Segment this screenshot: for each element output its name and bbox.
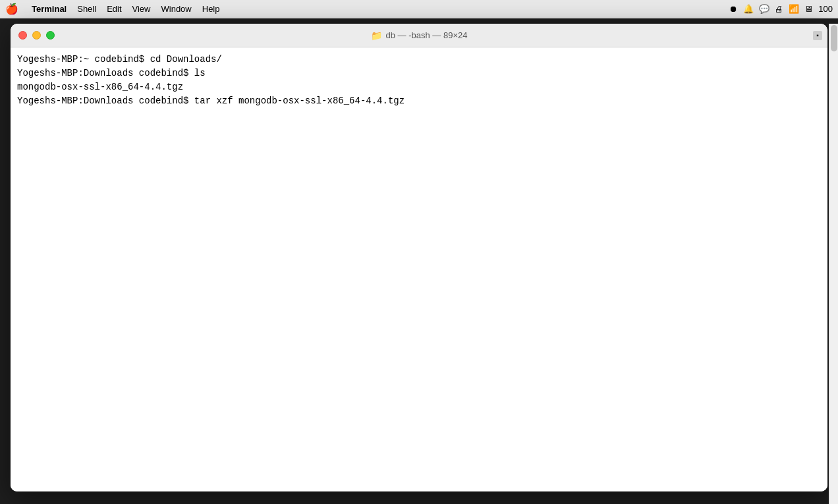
scrollbar-top-button[interactable]: ▪: [813, 31, 822, 40]
menubar-notification-icon: 🔔: [743, 4, 754, 14]
folder-icon: 📁: [371, 30, 382, 41]
menu-shell[interactable]: Shell: [77, 4, 96, 14]
menu-terminal[interactable]: Terminal: [32, 4, 67, 14]
menu-view[interactable]: View: [132, 4, 151, 14]
traffic-lights: [18, 31, 55, 40]
terminal-content[interactable]: Yogeshs-MBP:~ codebind$ cd Downloads/ Yo…: [11, 47, 827, 491]
close-button[interactable]: [18, 31, 27, 40]
menubar: 🍎 Terminal Shell Edit View Window Help ⏺…: [0, 0, 838, 18]
menu-edit[interactable]: Edit: [107, 4, 121, 14]
titlebar-title: db — -bash — 89×24: [386, 30, 468, 40]
titlebar: 📁 db — -bash — 89×24 ▪: [11, 24, 827, 47]
menubar-message-icon: 💬: [759, 4, 769, 14]
terminal-output: Yogeshs-MBP:~ codebind$ cd Downloads/ Yo…: [17, 53, 821, 108]
titlebar-text: 📁 db — -bash — 89×24: [371, 30, 468, 41]
menubar-battery: 100: [818, 4, 833, 14]
minimize-button[interactable]: [32, 31, 41, 40]
menu-help[interactable]: Help: [202, 4, 220, 14]
menubar-print-icon: 🖨: [775, 4, 783, 14]
menu-window[interactable]: Window: [161, 4, 192, 14]
terminal-window: 📁 db — -bash — 89×24 ▪ Yogeshs-MBP:~ cod…: [11, 24, 827, 491]
menubar-right: ⏺ 🔔 💬 🖨 📶 🖥 100: [729, 4, 833, 14]
menubar-record-icon: ⏺: [729, 4, 738, 14]
maximize-button[interactable]: [46, 31, 55, 40]
apple-menu[interactable]: 🍎: [5, 3, 18, 15]
menubar-display-icon: 🖥: [804, 4, 813, 14]
menubar-wifi-icon: 📶: [789, 4, 799, 14]
